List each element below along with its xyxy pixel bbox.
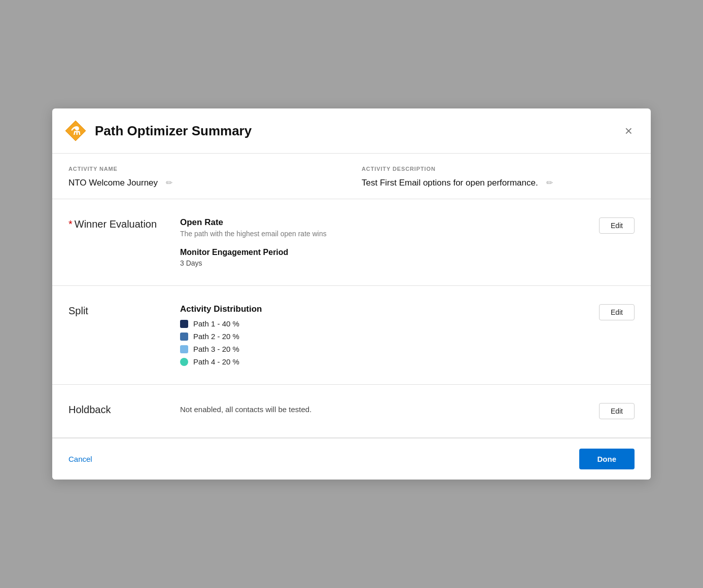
modal-footer: Cancel Done: [52, 438, 651, 480]
close-button[interactable]: ×: [623, 122, 635, 139]
path-item-4: Path 4 - 20 %: [180, 357, 583, 366]
distribution-title: Activity Distribution: [180, 304, 583, 314]
path-3-label: Path 3 - 20 %: [193, 345, 239, 353]
path-item-3: Path 3 - 20 %: [180, 345, 583, 353]
engagement-period-title: Monitor Engagement Period: [180, 248, 583, 257]
activity-name-label: ACTIVITY NAME: [68, 166, 341, 172]
activity-desc-field: ACTIVITY DESCRIPTION Test First Email op…: [362, 166, 635, 189]
activity-name-field: ACTIVITY NAME NTO Welcome Journey ✏: [68, 166, 341, 189]
modal-overlay: ⚗ Path Optimizer Summary × ACTIVITY NAME…: [0, 0, 703, 588]
path-1-label: Path 1 - 40 %: [193, 319, 239, 328]
engagement-period-value: 3 Days: [180, 259, 583, 267]
done-button[interactable]: Done: [579, 449, 635, 469]
path-optimizer-icon: ⚗: [64, 120, 87, 142]
activity-name-edit-btn[interactable]: ✏: [164, 177, 174, 189]
split-content: Activity Distribution Path 1 - 40 % Path…: [180, 304, 583, 366]
modal-title: Path Optimizer Summary: [95, 123, 252, 139]
path-1-dot: [180, 320, 188, 328]
pencil-icon-2: ✏: [546, 178, 553, 187]
activity-desc-label: ACTIVITY DESCRIPTION: [362, 166, 635, 172]
activity-desc-value: Test First Email options for open perfor…: [362, 178, 538, 188]
open-rate-title: Open Rate: [180, 217, 583, 228]
required-star: *: [68, 218, 73, 230]
split-edit-container: Edit: [599, 304, 635, 320]
path-list: Path 1 - 40 % Path 2 - 20 % Path 3 - 20 …: [180, 319, 583, 366]
header-left: ⚗ Path Optimizer Summary: [64, 120, 252, 142]
modal-content: ACTIVITY NAME NTO Welcome Journey ✏ ACTI…: [52, 154, 651, 438]
holdback-content: Not enabled, all contacts will be tested…: [180, 403, 583, 414]
path-4-label: Path 4 - 20 %: [193, 357, 239, 366]
holdback-value: Not enabled, all contacts will be tested…: [180, 403, 583, 414]
activity-row: ACTIVITY NAME NTO Welcome Journey ✏ ACTI…: [52, 154, 651, 199]
activity-desc-value-row: Test First Email options for open perfor…: [362, 177, 635, 189]
winner-evaluation-edit-container: Edit: [599, 217, 635, 234]
activity-name-value: NTO Welcome Journey: [68, 178, 158, 188]
activity-name-value-row: NTO Welcome Journey ✏: [68, 177, 341, 189]
winner-evaluation-label: *Winner Evaluation: [68, 217, 180, 230]
open-rate-desc: The path with the highest email open rat…: [180, 230, 583, 238]
path-2-label: Path 2 - 20 %: [193, 332, 239, 341]
path-3-dot: [180, 345, 188, 353]
split-edit-btn[interactable]: Edit: [599, 304, 635, 320]
path-4-dot: [180, 358, 188, 366]
winner-evaluation-content: Open Rate The path with the highest emai…: [180, 217, 583, 267]
holdback-edit-container: Edit: [599, 403, 635, 419]
modal-dialog: ⚗ Path Optimizer Summary × ACTIVITY NAME…: [52, 108, 651, 480]
path-item-1: Path 1 - 40 %: [180, 319, 583, 328]
modal-header: ⚗ Path Optimizer Summary ×: [52, 108, 651, 154]
split-section: Split Activity Distribution Path 1 - 40 …: [52, 286, 651, 385]
path-item-2: Path 2 - 20 %: [180, 332, 583, 341]
split-label: Split: [68, 304, 180, 317]
path-2-dot: [180, 333, 188, 341]
activity-desc-edit-btn[interactable]: ✏: [544, 177, 555, 189]
svg-text:⚗: ⚗: [71, 125, 81, 137]
winner-evaluation-section: *Winner Evaluation Open Rate The path wi…: [52, 199, 651, 286]
winner-evaluation-text: Winner Evaluation: [75, 218, 157, 230]
holdback-label: Holdback: [68, 403, 180, 416]
winner-evaluation-edit-btn[interactable]: Edit: [599, 217, 635, 234]
cancel-button[interactable]: Cancel: [68, 455, 92, 463]
holdback-section: Holdback Not enabled, all contacts will …: [52, 385, 651, 438]
holdback-edit-btn[interactable]: Edit: [599, 403, 635, 419]
pencil-icon: ✏: [166, 178, 172, 187]
